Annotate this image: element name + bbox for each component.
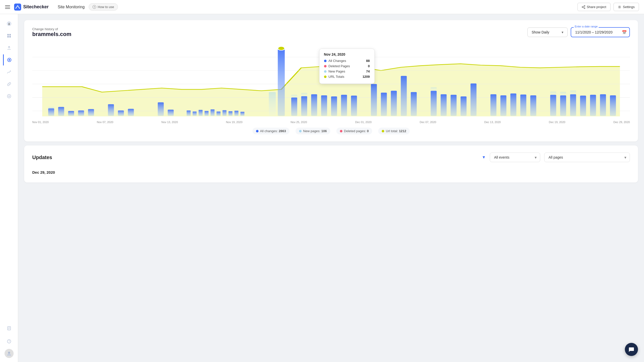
all-events-dropdown[interactable]: All eventsPage ChangedPage AddedPage Del… xyxy=(490,153,540,162)
svg-text:?: ? xyxy=(94,6,95,8)
svg-rect-88 xyxy=(570,90,576,95)
chat-button[interactable] xyxy=(625,343,638,356)
hamburger-menu[interactable] xyxy=(5,5,10,9)
chart-header: Change history of brammels.com Show Dail… xyxy=(32,27,630,38)
svg-rect-76 xyxy=(510,93,517,116)
legend-item-url-total: Url total: 1212 xyxy=(378,128,410,134)
legend-label-url-total: Url total: 1212 xyxy=(386,129,406,133)
svg-rect-13 xyxy=(7,36,9,38)
sidebar-item-download[interactable] xyxy=(4,18,15,29)
svg-rect-82 xyxy=(580,96,586,116)
svg-rect-56 xyxy=(311,94,317,116)
svg-rect-58 xyxy=(331,96,337,116)
svg-rect-78 xyxy=(530,95,536,116)
analytics-icon xyxy=(7,70,11,74)
svg-rect-62 xyxy=(301,93,307,97)
sidebar-bottom: ? xyxy=(4,323,15,358)
sidebar-item-analytics[interactable] xyxy=(4,66,15,78)
svg-rect-84 xyxy=(600,94,606,116)
x-label-7: Dec 13, 2020 xyxy=(484,121,501,124)
svg-point-8 xyxy=(619,6,620,8)
legend-item-all-changes: All changes: 2863 xyxy=(252,128,289,134)
svg-rect-61 xyxy=(291,95,297,98)
x-label-2: Nov 13, 2020 xyxy=(162,121,178,124)
how-to-use-button[interactable]: ? How to use xyxy=(89,3,118,11)
svg-rect-85 xyxy=(610,95,616,116)
sidebar-item-add[interactable] xyxy=(4,91,15,102)
sidebar-item-monitoring[interactable] xyxy=(3,54,15,65)
updates-card: Updates ▼ All eventsPage ChangedPage Add… xyxy=(24,146,638,183)
tooltip-label-new-pages: New Pages xyxy=(329,69,364,73)
sidebar-item-docs[interactable] xyxy=(4,323,15,334)
nav-left: Sitechecker Site Monitoring ? How to use xyxy=(5,3,118,11)
settings-button[interactable]: Settings xyxy=(614,3,639,11)
tooltip-label-deleted: Deleted Pages xyxy=(329,64,366,68)
share-project-button[interactable]: Share project xyxy=(577,3,610,11)
svg-rect-81 xyxy=(570,94,576,116)
monitoring-icon xyxy=(7,58,12,62)
chart-area: Nov 24, 2020 All Changes 88 Deleted Page… xyxy=(32,44,630,119)
svg-rect-32 xyxy=(68,111,74,116)
svg-text:?: ? xyxy=(8,340,10,343)
main-content: Change history of brammels.com Show Dail… xyxy=(18,14,644,362)
svg-rect-11 xyxy=(7,34,9,35)
tooltip-value-new-pages: 74 xyxy=(366,69,370,73)
svg-point-5 xyxy=(582,7,583,8)
sidebar-item-export[interactable] xyxy=(4,42,15,53)
chart-title-section: Change history of brammels.com xyxy=(32,27,71,38)
svg-rect-51 xyxy=(269,92,276,116)
x-label-8: Dec 19, 2020 xyxy=(549,121,565,124)
svg-rect-45 xyxy=(211,109,215,116)
link-icon xyxy=(7,82,11,86)
svg-point-4 xyxy=(584,8,585,9)
sidebar-item-links[interactable] xyxy=(4,79,15,90)
chat-icon xyxy=(628,346,634,352)
gear-icon xyxy=(618,5,621,9)
sidebar-item-help[interactable]: ? xyxy=(4,336,15,347)
chart-subtitle: Change history of xyxy=(32,27,71,31)
svg-rect-43 xyxy=(199,110,203,116)
page-title: Site Monitoring xyxy=(58,5,85,9)
logo: Sitechecker xyxy=(14,4,49,11)
svg-rect-46 xyxy=(216,112,220,116)
tooltip-label-all-changes: All Changes xyxy=(329,59,364,63)
nav-right: Share project Settings xyxy=(577,3,639,11)
svg-point-24 xyxy=(8,352,10,354)
legend-dot-url-total xyxy=(382,130,384,132)
svg-rect-36 xyxy=(108,104,114,116)
svg-rect-86 xyxy=(550,92,556,95)
tooltip-value-all-changes: 88 xyxy=(366,59,370,63)
svg-rect-64 xyxy=(381,93,387,116)
svg-rect-0 xyxy=(14,4,21,11)
svg-rect-52 xyxy=(278,48,285,116)
download-icon xyxy=(7,21,11,26)
svg-rect-40 xyxy=(168,110,174,116)
tooltip-dot-new-pages xyxy=(324,70,327,73)
question-icon: ? xyxy=(92,5,96,9)
show-daily-dropdown[interactable]: Show Daily ▾ xyxy=(527,27,568,37)
docs-icon xyxy=(7,326,11,331)
legend-item-deleted-pages: Deleted pages: 0 xyxy=(336,128,372,134)
svg-rect-39 xyxy=(158,102,164,116)
all-pages-dropdown[interactable]: All pages xyxy=(544,153,630,162)
svg-rect-70 xyxy=(450,95,457,116)
how-to-use-label: How to use xyxy=(98,5,114,9)
svg-rect-50 xyxy=(240,112,244,116)
tooltip-value-deleted: 0 xyxy=(368,64,370,68)
legend-label-deleted-pages: Deleted pages: 0 xyxy=(344,129,369,133)
sidebar-item-dashboard[interactable] xyxy=(4,30,15,41)
avatar[interactable] xyxy=(5,349,14,358)
svg-rect-68 xyxy=(431,91,437,116)
x-label-1: Nov 07, 2020 xyxy=(97,121,113,124)
settings-label: Settings xyxy=(623,5,635,9)
export-icon xyxy=(7,46,11,50)
svg-line-7 xyxy=(583,7,584,8)
chart-domain: brammels.com xyxy=(32,31,71,38)
x-label-4: Nov 25, 2020 xyxy=(291,121,307,124)
tooltip-dot-all-changes xyxy=(324,60,327,62)
date-range-input[interactable] xyxy=(571,27,630,37)
svg-rect-12 xyxy=(9,34,11,35)
calendar-icon[interactable]: 📅 xyxy=(622,30,627,35)
svg-rect-66 xyxy=(401,76,407,116)
share-label: Share project xyxy=(587,5,606,9)
